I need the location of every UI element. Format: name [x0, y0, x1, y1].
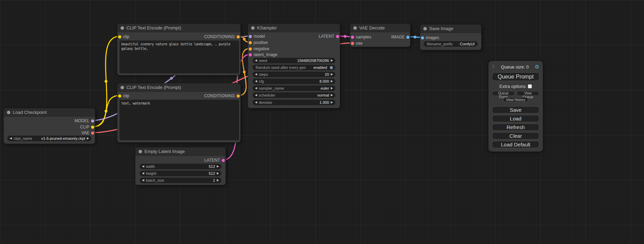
collapse-toggle-icon[interactable]: [7, 111, 10, 114]
latent-image-input-slot[interactable]: [249, 53, 252, 56]
node-clip-text-encode-positive[interactable]: CLIP Text Encode (Prompt) clip CONDITION…: [117, 24, 241, 75]
filename-prefix-widget[interactable]: filename_prefix ComfyUI: [424, 41, 478, 47]
decrement-arrow-icon[interactable]: ◀: [255, 101, 257, 104]
increment-arrow-icon[interactable]: ▶: [217, 179, 219, 182]
steps-widget[interactable]: ◀ steps 20 ▶: [253, 72, 335, 77]
clip-input-slot[interactable]: [118, 94, 121, 98]
scheduler-widget[interactable]: ◀ scheduler normal ▶: [253, 92, 335, 98]
latent-output-slot[interactable]: [222, 159, 225, 162]
next-arrow-icon[interactable]: ▶: [87, 137, 89, 140]
random-seed-toggle-widget[interactable]: Random seed after every gen enabled: [253, 65, 335, 70]
widget-value: 512: [209, 164, 215, 169]
load-button[interactable]: Load: [492, 115, 539, 122]
images-input-slot[interactable]: [421, 36, 424, 39]
seed-widget[interactable]: ◀ seed 156680208700286 ▶: [253, 58, 335, 63]
prev-arrow-icon[interactable]: ◀: [255, 87, 257, 90]
latent-output-slot[interactable]: [336, 35, 339, 38]
conditioning-output-slot[interactable]: [237, 35, 240, 38]
width-widget[interactable]: ◀ width 512 ▶: [140, 164, 221, 169]
sampler-name-widget[interactable]: ◀ sampler_name euler ▶: [253, 85, 335, 91]
view-queue-button[interactable]: View Queue: [517, 91, 539, 96]
vae-output-label: VAE: [81, 130, 89, 135]
prev-arrow-icon[interactable]: ◀: [10, 137, 12, 140]
node-title-bar[interactable]: CLIP Text Encode (Prompt): [117, 24, 240, 32]
decrement-arrow-icon[interactable]: ◀: [255, 80, 257, 83]
node-title: KSampler: [257, 25, 277, 30]
image-output-slot[interactable]: [406, 36, 409, 39]
widget-label: denoise: [259, 100, 272, 105]
node-load-checkpoint[interactable]: Load Checkpoint MODEL CLIP VAE ◀ ckpt_na…: [3, 108, 95, 144]
height-widget[interactable]: ◀ height 512 ▶: [140, 171, 221, 176]
clip-output-slot[interactable]: [91, 126, 94, 129]
node-title-bar[interactable]: Save Image: [420, 25, 481, 33]
decrement-arrow-icon[interactable]: ◀: [255, 73, 257, 76]
positive-prompt-textarea[interactable]: beautiful scenery nature glass bottle la…: [120, 40, 239, 73]
collapse-toggle-icon[interactable]: [121, 86, 124, 89]
positive-input-label: positive: [254, 40, 268, 45]
prev-arrow-icon[interactable]: ◀: [255, 94, 257, 97]
view-history-button[interactable]: View History: [503, 97, 528, 102]
save-button[interactable]: Save: [492, 106, 539, 114]
node-clip-text-encode-negative[interactable]: CLIP Text Encode (Prompt) clip CONDITION…: [117, 83, 241, 143]
increment-arrow-icon[interactable]: ▶: [331, 73, 333, 76]
collapse-toggle-icon[interactable]: [423, 27, 427, 30]
extra-options-label: Extra options: [500, 84, 526, 89]
link-midpoint-dot: [344, 35, 346, 38]
decrement-arrow-icon[interactable]: ◀: [142, 179, 144, 182]
collapse-toggle-icon[interactable]: [353, 26, 357, 30]
node-title-bar[interactable]: CLIP Text Encode (Prompt): [117, 83, 240, 92]
widget-value: 8.000: [319, 79, 329, 83]
next-arrow-icon[interactable]: ▶: [331, 87, 333, 90]
node-graph-canvas[interactable]: Load Checkpoint MODEL CLIP VAE ◀ ckpt_na…: [0, 0, 644, 244]
collapse-toggle-icon[interactable]: [251, 26, 255, 30]
queue-prompt-button[interactable]: Queue Prompt: [492, 72, 539, 81]
positive-input-slot[interactable]: [249, 41, 252, 44]
toggle-indicator-icon[interactable]: [330, 66, 333, 69]
node-title: VAE Decode: [359, 25, 385, 30]
decrement-arrow-icon[interactable]: ◀: [142, 165, 144, 168]
clear-button[interactable]: Clear: [492, 132, 539, 139]
batch-size-widget[interactable]: ◀ batch_size 1 ▶: [140, 178, 221, 183]
node-save-image[interactable]: Save Image images filename_prefix ComfyU…: [420, 24, 482, 50]
node-vae-decode[interactable]: VAE Decode samples vae IMAGE: [350, 24, 411, 47]
node-title-bar[interactable]: Load Checkpoint: [4, 108, 95, 117]
increment-arrow-icon[interactable]: ▶: [217, 172, 219, 175]
settings-gear-icon[interactable]: ⚙: [535, 64, 539, 70]
collapse-toggle-icon[interactable]: [139, 150, 142, 153]
decrement-arrow-icon[interactable]: ◀: [255, 59, 257, 62]
load-default-button[interactable]: Load Default: [492, 141, 539, 148]
extra-options-checkbox[interactable]: [528, 84, 532, 88]
negative-prompt-textarea[interactable]: text, watermark: [120, 100, 239, 140]
node-title-bar[interactable]: Empty Latent Image: [135, 147, 226, 156]
negative-input-slot[interactable]: [249, 47, 252, 51]
model-input-slot[interactable]: [249, 35, 252, 38]
denoise-widget[interactable]: ◀ denoise 1.000 ▶: [253, 100, 335, 105]
ckpt-name-widget[interactable]: ◀ ckpt_name v1-5-pruned-emaonly.ckpt ▶: [7, 136, 91, 141]
samples-input-slot[interactable]: [351, 36, 354, 39]
cfg-widget[interactable]: ◀ cfg 8.000 ▶: [253, 79, 335, 84]
widget-value: 1.000: [319, 100, 329, 105]
conditioning-output-slot[interactable]: [237, 94, 240, 98]
clip-input-slot[interactable]: [118, 35, 121, 38]
node-ksampler[interactable]: KSampler model positive negative latent_…: [248, 24, 340, 108]
node-title-bar[interactable]: KSampler: [248, 24, 340, 32]
increment-arrow-icon[interactable]: ▶: [331, 101, 333, 104]
increment-arrow-icon[interactable]: ▶: [331, 59, 333, 62]
queue-front-button[interactable]: Queue Front: [492, 91, 515, 96]
vae-output-slot[interactable]: [91, 132, 94, 135]
node-empty-latent-image[interactable]: Empty Latent Image LATENT ◀ width 512 ▶ …: [135, 147, 226, 185]
node-title-bar[interactable]: VAE Decode: [350, 24, 410, 32]
collapse-toggle-icon[interactable]: [121, 26, 124, 30]
increment-arrow-icon[interactable]: ▶: [331, 80, 333, 83]
widget-label: ckpt_name: [14, 136, 32, 141]
decrement-arrow-icon[interactable]: ◀: [142, 172, 144, 175]
vae-input-slot[interactable]: [351, 42, 354, 45]
widget-value: 512: [209, 171, 215, 175]
drag-handle-icon[interactable]: ⠿: [492, 64, 495, 69]
node-title: CLIP Text Encode (Prompt): [126, 85, 181, 90]
widget-label: batch_size: [146, 178, 164, 182]
model-output-slot[interactable]: [91, 119, 94, 123]
increment-arrow-icon[interactable]: ▶: [217, 165, 219, 168]
next-arrow-icon[interactable]: ▶: [331, 94, 333, 97]
refresh-button[interactable]: Refresh: [492, 124, 539, 131]
